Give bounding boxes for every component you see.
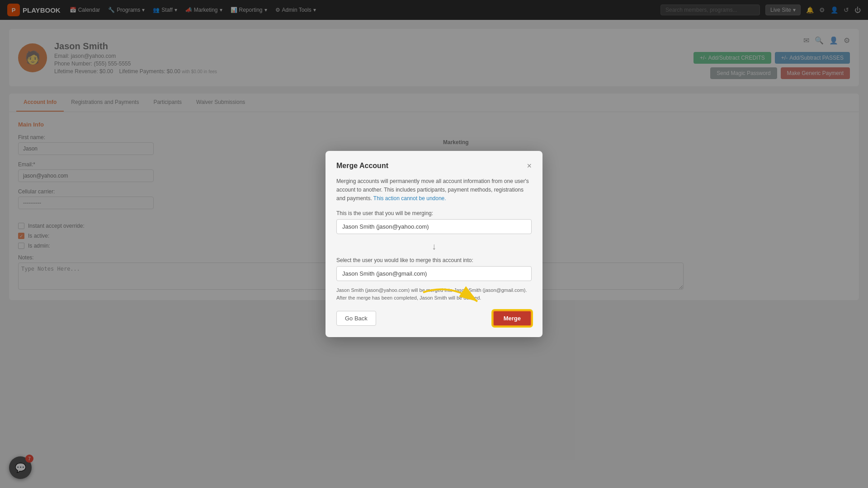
go-back-button[interactable]: Go Back [336,311,376,326]
merging-label: This is the user that you will be mergin… [336,210,532,216]
modal-description: Merging accounts will permanently move a… [336,177,532,203]
merging-user-input[interactable] [336,219,532,234]
modal-title: Merge Account [336,162,388,170]
cannot-undo-link: This action cannot be undone. [373,195,446,202]
modal-header: Merge Account × [336,162,532,170]
merge-into-label: Select the user you would like to merge … [336,257,532,263]
modal-close-button[interactable]: × [527,162,532,170]
modal-overlay: Merge Account × Merging accounts will pe… [0,0,868,488]
modal-footer: Go Back Merge [336,310,532,326]
merge-note: Jason Smith (jason@yahoo.com) will be me… [336,286,532,301]
merge-account-modal: Merge Account × Merging accounts will pe… [326,151,542,338]
arrow-down-icon: ↓ [336,241,532,252]
merge-button[interactable]: Merge [493,310,532,326]
merge-into-user-input[interactable] [336,266,532,281]
